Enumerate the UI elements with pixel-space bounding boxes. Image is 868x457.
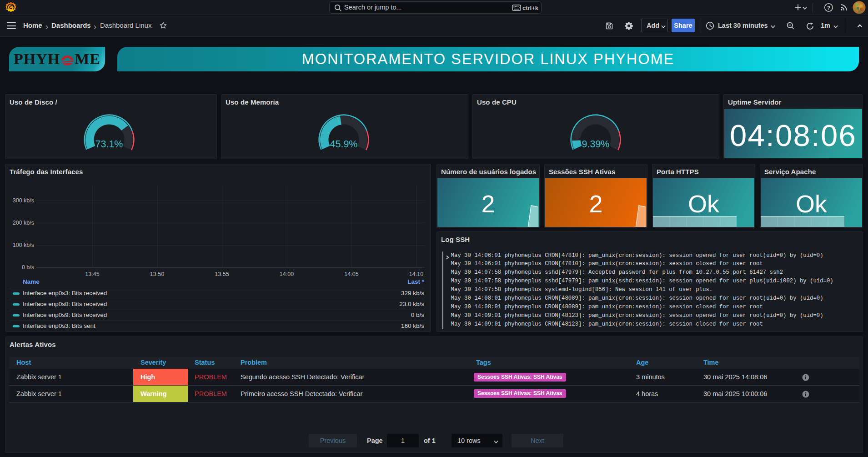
svg-text:9.39%: 9.39%: [582, 139, 610, 150]
svg-text:?: ?: [827, 5, 830, 10]
svg-text:45.9%: 45.9%: [330, 139, 358, 150]
svg-text:73.1%: 73.1%: [95, 139, 123, 150]
